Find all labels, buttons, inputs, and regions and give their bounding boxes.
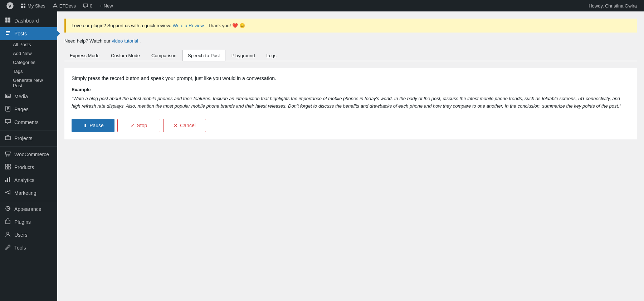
stop-checkmark-icon: ✓ (131, 123, 135, 128)
sidebar-item-users[interactable]: Users (0, 228, 57, 241)
svg-point-18 (9, 156, 9, 156)
sidebar-item-projects[interactable]: Projects (0, 132, 57, 145)
sidebar-item-marketing[interactable]: Marketing (0, 187, 57, 199)
comments-icon (4, 119, 11, 126)
appearance-icon (4, 206, 11, 213)
products-icon (4, 164, 11, 171)
wp-logo[interactable] (3, 0, 17, 11)
plugins-icon (4, 218, 11, 226)
cancel-x-icon: ✕ (174, 123, 178, 128)
media-icon (4, 93, 11, 100)
svg-rect-8 (5, 20, 8, 23)
tab-playground[interactable]: Playground (226, 50, 260, 61)
sidebar-item-analytics[interactable]: Analytics (0, 174, 57, 187)
sidebar: Dashboard Posts All Posts Add New Catego… (0, 11, 57, 301)
example-text: "Write a blog post about the latest mobi… (72, 95, 630, 110)
woocommerce-icon (4, 151, 11, 158)
svg-rect-4 (24, 6, 25, 8)
user-greeting: Howdy, Christina Gwira (584, 3, 641, 9)
example-label: Example (72, 87, 630, 92)
sidebar-item-appearance[interactable]: Appearance (0, 203, 57, 216)
video-tutorial-link[interactable]: video tutorial (112, 38, 138, 44)
main-content: Love our plugin? Support us with a quick… (57, 11, 644, 301)
svg-rect-9 (8, 20, 10, 23)
posts-icon (4, 30, 11, 37)
svg-point-28 (7, 232, 9, 234)
svg-rect-7 (8, 18, 10, 20)
svg-rect-25 (9, 177, 10, 182)
svg-rect-16 (5, 136, 10, 140)
stop-button[interactable]: ✓ Stop (117, 119, 160, 132)
sidebar-sub-generate-new-post[interactable]: Generate New Post (0, 76, 57, 90)
sidebar-item-tools[interactable]: Tools (0, 241, 57, 254)
write-review-link[interactable]: Write a Review (173, 23, 204, 28)
svg-rect-2 (24, 4, 25, 5)
svg-rect-1 (21, 4, 23, 5)
dashboard-icon (4, 17, 11, 24)
pages-icon (4, 106, 11, 113)
action-buttons: ⏸ Pause ✓ Stop ✕ Cancel (72, 119, 630, 132)
sidebar-item-posts[interactable]: Posts (0, 27, 57, 40)
tab-content-speech-to-post: Simply press the record button and speak… (64, 68, 637, 139)
comments-menu[interactable]: 0 (79, 0, 96, 11)
tab-express-mode[interactable]: Express Mode (64, 50, 105, 61)
sidebar-item-products[interactable]: Products (0, 161, 57, 174)
analytics-icon (4, 177, 11, 184)
cancel-button[interactable]: ✕ Cancel (163, 119, 206, 132)
svg-rect-23 (5, 180, 6, 182)
svg-rect-21 (5, 167, 8, 169)
sidebar-sub-add-new[interactable]: Add New (0, 49, 57, 58)
svg-rect-24 (7, 178, 8, 182)
pause-button[interactable]: ⏸ Pause (72, 119, 114, 132)
sidebar-item-media[interactable]: Media (0, 90, 57, 103)
tab-comparison[interactable]: Comparison (146, 50, 182, 61)
marketing-icon (4, 189, 11, 197)
my-sites-menu[interactable]: My Sites (17, 0, 49, 11)
svg-rect-22 (8, 167, 10, 169)
svg-point-17 (6, 156, 7, 156)
sidebar-sub-tags[interactable]: Tags (0, 67, 57, 76)
users-icon (4, 231, 11, 238)
sidebar-item-pages[interactable]: Pages (0, 103, 57, 116)
new-content-menu[interactable]: + New (96, 0, 116, 11)
svg-rect-6 (5, 18, 8, 20)
sidebar-item-plugins[interactable]: Plugins (0, 216, 57, 228)
sidebar-sub-categories[interactable]: Categories (0, 58, 57, 67)
help-text: Need help? Watch our video tutorial . (64, 38, 637, 44)
svg-rect-3 (21, 6, 23, 8)
content-description: Simply press the record button and speak… (72, 75, 630, 81)
tools-icon (4, 244, 11, 251)
svg-rect-20 (8, 164, 10, 166)
projects-icon (4, 135, 11, 142)
tab-logs[interactable]: Logs (261, 50, 282, 61)
sidebar-item-dashboard[interactable]: Dashboard (0, 14, 57, 27)
sidebar-item-woocommerce[interactable]: WooCommerce (0, 148, 57, 161)
svg-rect-19 (5, 164, 8, 166)
svg-rect-10 (5, 94, 10, 98)
notice-banner: Love our plugin? Support us with a quick… (64, 19, 637, 33)
tab-custom-mode[interactable]: Custom Mode (106, 50, 145, 61)
tab-speech-to-post[interactable]: Speech-to-Post (182, 50, 225, 61)
sidebar-item-comments[interactable]: Comments (0, 116, 57, 129)
site-name[interactable]: ETDevs (49, 0, 79, 11)
sidebar-sub-all-posts[interactable]: All Posts (0, 40, 57, 49)
admin-bar: My Sites ETDevs 0 + New Howdy, Christina… (0, 0, 644, 11)
tabs-container: Express Mode Custom Mode Comparison Spee… (64, 49, 637, 61)
pause-icon: ⏸ (82, 123, 87, 128)
